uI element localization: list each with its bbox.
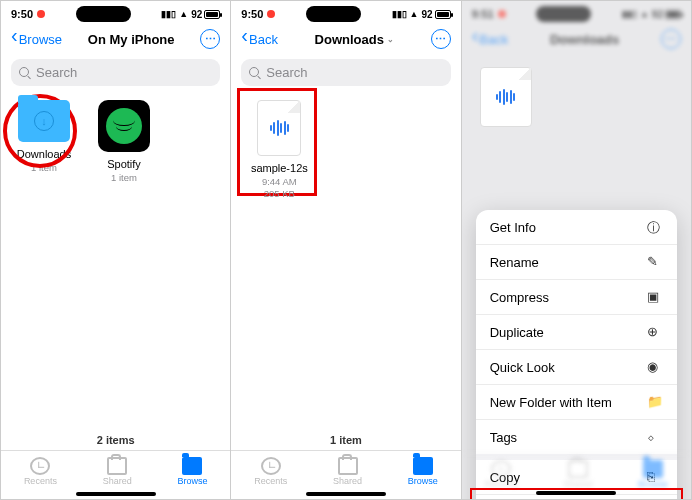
folder-plus-icon: 📁 (647, 394, 663, 410)
menu-rename[interactable]: Rename✎ (476, 245, 677, 280)
folder-label: Downloads (13, 148, 75, 160)
file-sample-12s[interactable]: sample-12s 9:44 AM 205 KB (243, 100, 315, 200)
battery-icon (665, 10, 681, 19)
info-icon: ⓘ (647, 219, 663, 235)
menu-compress[interactable]: Compress▣ (476, 280, 677, 315)
tab-shared[interactable]: Shared (103, 457, 132, 486)
back-label: Browse (19, 32, 62, 47)
chevron-down-icon: ⌄ (387, 35, 394, 44)
item-count: 2 items (1, 430, 230, 450)
item-count: 1 item (231, 430, 460, 450)
screen-on-my-iphone: 9:50 ▮▮▯ ▲ 92 Browse On My iPhone ⋯ Sear… (0, 0, 231, 500)
battery-icon (435, 10, 451, 19)
nav-bar: Browse On My iPhone ⋯ (1, 23, 230, 55)
audio-file-icon (480, 67, 532, 127)
dynamic-island (76, 6, 131, 22)
tab-recents[interactable]: Recents (24, 457, 57, 486)
menu-duplicate[interactable]: Duplicate⊕ (476, 315, 677, 350)
folder-meta: 1 item (93, 172, 155, 184)
screen-context-menu: 9:51 ▮▮▯ ▲ 92 Back Downloads ⋯ Get Infoⓘ… (462, 0, 692, 500)
shared-icon (107, 457, 127, 475)
cellular-icon: ▮▮▯ (161, 9, 176, 19)
browse-icon (413, 457, 433, 475)
menu-get-info[interactable]: Get Infoⓘ (476, 210, 677, 245)
folder-spotify[interactable]: Spotify 1 item (93, 100, 155, 184)
menu-new-folder[interactable]: New Folder with Item📁 (476, 385, 677, 420)
nav-bar: Back Downloads⌄ ⋯ (231, 23, 460, 55)
search-icon (249, 67, 261, 79)
tab-browse[interactable]: Browse (408, 457, 438, 486)
clock-time: 9:51 (472, 8, 494, 20)
battery-percent: 92 (652, 9, 663, 20)
battery-icon (204, 10, 220, 19)
search-placeholder: Search (36, 65, 77, 80)
recording-indicator-icon (37, 10, 45, 18)
tag-icon: ⬦ (647, 429, 663, 445)
clock-icon (261, 457, 281, 475)
wifi-icon: ▲ (640, 9, 649, 19)
menu-quick-look[interactable]: Quick Look◉ (476, 350, 677, 385)
search-placeholder: Search (266, 65, 307, 80)
nav-bar-blurred: Back Downloads ⋯ (462, 23, 691, 55)
tab-bar-blurred: Recents Shared Browse (462, 453, 691, 491)
tab-recents[interactable]: Recents (254, 457, 287, 486)
search-field[interactable]: Search (11, 59, 220, 86)
spotify-app-icon (98, 100, 150, 152)
browse-icon (182, 457, 202, 475)
tab-shared[interactable]: Shared (333, 457, 362, 486)
dynamic-island (306, 6, 361, 22)
page-title[interactable]: Downloads⌄ (315, 32, 394, 47)
back-button[interactable]: Browse (11, 32, 62, 47)
tab-bar: Recents Shared Browse (231, 450, 460, 488)
cellular-icon: ▮▮▯ (622, 9, 637, 19)
chevron-left-icon (11, 32, 18, 47)
recording-indicator-icon (267, 10, 275, 18)
tab-bar: Recents Shared Browse (1, 450, 230, 488)
screen-downloads: 9:50 ▮▮▯ ▲ 92 Back Downloads⌄ ⋯ Search s… (231, 0, 461, 500)
search-icon (19, 67, 31, 79)
cellular-icon: ▮▮▯ (392, 9, 407, 19)
dynamic-island (536, 6, 591, 22)
recording-indicator-icon (498, 10, 506, 18)
search-field[interactable]: Search (241, 59, 450, 86)
file-time: 9:44 AM (243, 176, 315, 188)
downloads-folder-icon (18, 100, 70, 142)
battery-percent: 92 (191, 9, 202, 20)
back-label: Back (249, 32, 278, 47)
audio-file-icon (257, 100, 301, 156)
battery-percent: 92 (422, 9, 433, 20)
clock-icon (30, 457, 50, 475)
duplicate-icon: ⊕ (647, 324, 663, 340)
folder-meta: 1 item (13, 162, 75, 174)
pencil-icon: ✎ (647, 254, 663, 270)
tab-browse[interactable]: Browse (177, 457, 207, 486)
shared-icon (338, 457, 358, 475)
more-button[interactable]: ⋯ (431, 29, 451, 49)
home-indicator[interactable] (306, 492, 386, 496)
clock-time: 9:50 (11, 8, 33, 20)
status-bar: 9:51 ▮▮▯ ▲ 92 (462, 1, 691, 23)
status-bar: 9:50 ▮▮▯ ▲ 92 (231, 1, 460, 23)
home-indicator[interactable] (536, 491, 616, 495)
wifi-icon: ▲ (179, 9, 188, 19)
folder-label: Spotify (93, 158, 155, 170)
chevron-left-icon (241, 32, 248, 47)
eye-icon: ◉ (647, 359, 663, 375)
menu-move[interactable]: Move▭ (476, 495, 677, 500)
archive-icon: ▣ (647, 289, 663, 305)
folder-downloads[interactable]: Downloads 1 item (13, 100, 75, 184)
back-button[interactable]: Back (241, 32, 278, 47)
file-size: 205 KB (243, 188, 315, 200)
status-bar: 9:50 ▮▮▯ ▲ 92 (1, 1, 230, 23)
wifi-icon: ▲ (410, 9, 419, 19)
more-button[interactable]: ⋯ (200, 29, 220, 49)
file-label: sample-12s (243, 162, 315, 174)
home-indicator[interactable] (76, 492, 156, 496)
page-title: On My iPhone (88, 32, 175, 47)
clock-time: 9:50 (241, 8, 263, 20)
